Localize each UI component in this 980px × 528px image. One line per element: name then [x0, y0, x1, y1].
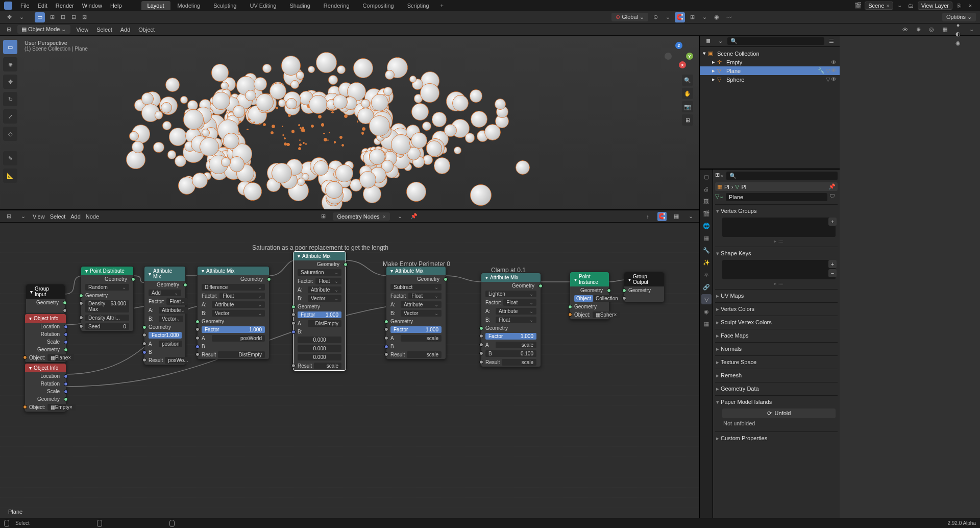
section-header[interactable]: Face Maps [716, 331, 837, 340]
blend-dropdown[interactable]: Subtract⌄ [390, 284, 442, 291]
menu-file[interactable]: File [16, 3, 34, 9]
tab-scene[interactable]: 🎬 [701, 208, 712, 219]
a-field[interactable]: scale [401, 335, 442, 342]
tab-texture[interactable]: ▦ [701, 319, 712, 329]
menu-view[interactable]: View [75, 27, 91, 33]
tab-view-layer[interactable]: 🖼 [701, 196, 712, 206]
factor-type[interactable]: Float⌄ [315, 278, 341, 284]
snap-vertex-icon[interactable]: ⊡ [58, 12, 68, 22]
view-layer-field[interactable]: View Layer [918, 2, 952, 10]
snap-face-icon[interactable]: ⊠ [79, 12, 89, 22]
add-vertex-group[interactable]: + [828, 218, 837, 226]
menu-select[interactable]: Select [50, 213, 66, 220]
editor-arrow-icon[interactable]: ⌄ [715, 36, 725, 46]
visibility-icon[interactable]: 👁 [831, 59, 837, 65]
tree-arrow-icon[interactable]: ⌄ [395, 212, 404, 221]
scene-browse-icon[interactable]: 🎬 [853, 1, 863, 10]
section-header[interactable]: Paper Model Islands [716, 398, 837, 406]
tab-shading[interactable]: Shading [283, 1, 316, 10]
scene-new-icon[interactable]: ⌄ [895, 1, 904, 10]
shading-solid-icon[interactable]: ● [953, 20, 963, 30]
section-header[interactable]: Geometry Data [716, 385, 837, 393]
blend-dropdown[interactable]: Difference⌄ [202, 284, 265, 291]
select-tool-icon[interactable]: ▭ [35, 12, 45, 22]
density-attr-field[interactable]: Density Attri... [85, 315, 129, 321]
orientation-dropdown[interactable]: ⊕ Global ⌄ [611, 13, 648, 21]
menu-edit[interactable]: Edit [34, 3, 52, 9]
node-attr-mix-lighten[interactable]: ▾Attribute Mix Geometry Lighten⌄ Factor:… [481, 273, 541, 367]
b1[interactable]: 0.000 [298, 345, 341, 352]
tab-sculpting[interactable]: Sculpting [207, 1, 242, 10]
snap-edge-icon[interactable]: ⊟ [68, 12, 79, 22]
menu-add[interactable]: Add [118, 27, 133, 33]
viewlayer-remove-icon[interactable]: × [966, 1, 975, 10]
snap-increment-icon[interactable]: ⊞ [687, 12, 697, 22]
node-object-info-plane[interactable]: ▾Object Info Location Rotation Scale Geo… [24, 314, 66, 363]
section-header[interactable]: Texture Space [716, 358, 837, 367]
tab-uv-editing[interactable]: UV Editing [243, 1, 282, 10]
factor-type[interactable]: Float⌄ [503, 299, 536, 306]
object-field[interactable]: ▦ Plane × [47, 354, 74, 361]
snap-icon[interactable]: 🧲 [657, 212, 667, 221]
b-type[interactable]: Float⌄ [496, 317, 536, 323]
tool-measure[interactable]: 📐 [3, 169, 17, 183]
menu-window[interactable]: Window [78, 3, 106, 9]
parent-icon[interactable]: ↑ [643, 212, 652, 221]
node-group-output[interactable]: ▾Group Output Geometry [624, 272, 665, 302]
mode-dropdown[interactable]: Random⌄ [85, 284, 129, 291]
a-type[interactable]: Attribute⌄ [308, 286, 341, 293]
a-field[interactable]: posWorld [212, 335, 265, 342]
shading-arrow-icon[interactable]: ⌄ [967, 25, 976, 34]
menu-select[interactable]: Select [94, 27, 114, 33]
tool-annotate[interactable]: ✎ [3, 151, 17, 165]
blend-dropdown[interactable]: Add⌄ [149, 290, 181, 296]
viewlayer-browse-icon[interactable]: 🗂 [906, 1, 916, 10]
shading-material-icon[interactable]: ◐ [953, 30, 963, 39]
density-max-field[interactable]: Density Max63.000 [85, 300, 129, 313]
factor-field[interactable]: Factor1.000 [390, 326, 442, 333]
tool-cursor[interactable]: ⊕ [3, 57, 17, 71]
node-attr-mix-add[interactable]: ▾Attribute Mix Geometry Add⌄ Factor:Floa… [144, 266, 186, 365]
section-header[interactable]: Sculpt Vertex Colors [716, 318, 837, 327]
proportional-icon[interactable]: ◉ [712, 12, 722, 22]
snap-type-icon[interactable]: ▦ [672, 212, 681, 221]
remove-shape-key[interactable]: − [828, 269, 837, 277]
tree-browse-icon[interactable]: ⊞ [318, 212, 328, 221]
tab-rendering[interactable]: Rendering [317, 1, 356, 10]
editor-arrow-icon[interactable]: ⌄ [18, 212, 28, 221]
section-header[interactable]: Shape Keys [716, 249, 837, 258]
node-group-input[interactable]: ▾Group Input Geometry [26, 284, 65, 315]
visibility-icon[interactable]: 👁 [831, 67, 837, 74]
shading-wire-icon[interactable]: ○ [953, 11, 963, 20]
b-field[interactable]: B0.100 [485, 350, 536, 357]
mesh-name-field[interactable]: Plane [726, 193, 827, 201]
fake-user-icon[interactable]: 🛡 [829, 193, 838, 201]
outliner-item-empty[interactable]: ▸✛Empty👁 [700, 58, 840, 66]
view-object-types-icon[interactable]: 👁 [900, 25, 910, 34]
node-attr-mix-subtract[interactable]: ▾Attribute Mix Geometry Subtract⌄ Factor… [386, 266, 446, 359]
nav-camera-icon[interactable]: 📷 [682, 101, 693, 112]
menu-object[interactable]: Object [136, 27, 157, 33]
section-header[interactable]: Custom Properties [716, 434, 837, 443]
add-shape-key[interactable]: + [828, 260, 837, 268]
pin-icon[interactable]: 📌 [409, 212, 419, 221]
factor-field[interactable]: Factor1.000 [298, 311, 341, 318]
outliner-search[interactable]: 🔍 [727, 37, 824, 45]
nav-zoom-icon[interactable]: 🔍 [682, 75, 693, 86]
node-attr-mix-saturation[interactable]: ▾Attribute Mix Geometry Saturation⌄ Fact… [293, 251, 346, 371]
a-field[interactable]: DistEmpty [308, 320, 341, 327]
visibility-icon[interactable]: 👁 [831, 76, 837, 83]
instance-type-toggle[interactable]: ObjectCollection [574, 295, 620, 302]
node-canvas[interactable]: Saturation as a poor replacement to get … [0, 223, 699, 518]
prop-options-icon[interactable]: ⊞⌄ [715, 172, 724, 180]
node-point-instance[interactable]: ▾Point Instance Geometry ObjectCollectio… [570, 272, 609, 320]
scene-field[interactable]: Scene× [865, 2, 893, 10]
tab-compositing[interactable]: Compositing [357, 1, 400, 10]
result-field[interactable]: scale [314, 363, 341, 369]
result-field[interactable]: scale [407, 351, 442, 358]
nav-gizmo[interactable]: Z Y X [665, 42, 693, 70]
snap-arrow-icon[interactable]: ⌄ [699, 12, 709, 22]
a-field[interactable]: position [159, 341, 182, 347]
factor-type[interactable]: Float⌄ [219, 293, 265, 299]
tab-particle[interactable]: ✨ [701, 257, 712, 268]
